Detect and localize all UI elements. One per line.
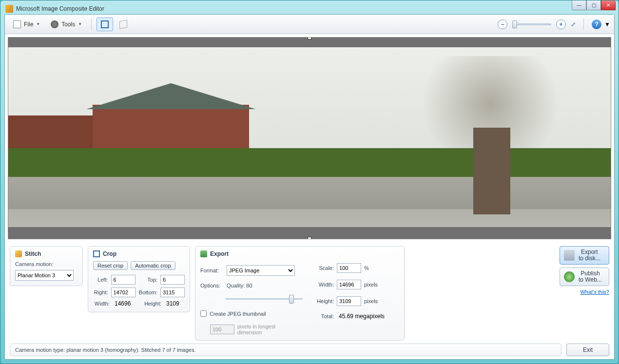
thumbnail-unit-label: pixels in longest dimension [237,324,291,335]
thumbnail-size-input [210,325,234,334]
panorama-image [8,47,611,227]
crop-title: Crop [103,250,116,257]
image-viewport[interactable] [8,37,611,239]
export-icon [200,250,207,257]
file-icon [13,20,21,28]
crop-height-value: 3109 [164,300,179,307]
scale-label: Scale: [312,265,334,271]
exit-button[interactable]: Exit [566,344,609,356]
help-button[interactable]: ? [592,19,601,29]
app-icon [5,5,13,13]
scale-unit: % [364,265,369,271]
crop-panel: Crop Reset crop Automatic crop Left: Top… [88,246,190,312]
stitch-title: Stitch [25,250,41,257]
minimize-button[interactable]: — [572,0,586,10]
toolbar: File ▼ Tools ▼ − + ⤢ ? ▼ [5,15,614,34]
crop-width-label: Width: [93,301,110,307]
camera-motion-label: Camera motion: [15,261,53,267]
cube-icon [119,19,127,29]
crop-handle-top[interactable] [308,37,311,39]
crop-bottom-label: Bottom: [138,289,157,295]
separator [91,19,92,30]
export-width-input[interactable] [337,280,361,289]
crop-icon [93,250,100,257]
crop-top-input[interactable] [160,275,185,285]
separator [583,19,584,30]
crop-left-label: Left: [93,277,108,283]
gear-icon [51,20,58,28]
zoom-out-button[interactable]: − [498,19,507,29]
camera-motion-select[interactable]: Planar Motion 3 [15,270,74,281]
crop-bottom-input[interactable] [160,287,185,297]
crop-right-label: Right: [93,289,108,295]
quality-label: Quality: 80 [227,283,252,288]
thumbnail-label: Create JPEG thumbnail [210,311,266,317]
height-unit: pixels [364,298,378,304]
3d-tool-button[interactable] [115,18,132,31]
total-value: 45.69 megapixels [337,313,385,320]
stitch-icon [15,250,22,257]
chevron-down-icon: ▼ [36,22,40,26]
file-label: File [24,21,33,28]
fit-view-button[interactable]: ⤢ [568,19,579,29]
window-title: Microsoft Image Composite Editor [16,5,104,12]
zoom-in-button[interactable]: + [556,19,566,29]
scale-input[interactable] [337,263,361,273]
export-panel: Export Format: JPEG Image Options: Quali… [195,246,405,341]
zoom-thumb[interactable] [512,20,517,28]
tools-label: Tools [61,21,75,28]
quality-thumb[interactable] [289,295,294,304]
disk-icon [564,250,575,261]
crop-right-input[interactable] [111,287,135,297]
globe-icon [564,271,575,282]
maximize-button[interactable]: ▢ [586,0,601,10]
status-bar: Camera motion type: planar motion 3 (hom… [10,344,561,356]
crop-left-input[interactable] [111,275,135,285]
chevron-down-icon: ▼ [78,22,82,26]
tools-menu[interactable]: Tools ▼ [46,18,86,31]
reset-crop-button[interactable]: Reset crop [93,261,128,270]
stitch-panel: Stitch Camera motion: Planar Motion 3 [10,246,83,286]
options-label: Options: [200,283,224,288]
crop-icon [101,20,109,28]
file-menu[interactable]: File ▼ [9,18,44,31]
crop-width-value: 14696 [113,300,137,307]
export-title: Export [210,250,229,257]
crop-handle-bottom[interactable] [308,237,311,239]
whats-this-link[interactable]: What's this? [580,289,609,295]
width-unit: pixels [364,282,378,287]
export-height-label: Height: [312,298,334,304]
total-label: Total: [312,313,334,319]
automatic-crop-button[interactable]: Automatic crop [131,261,175,270]
zoom-slider[interactable] [512,23,551,25]
create-thumbnail-checkbox[interactable] [200,310,207,317]
crop-height-label: Height: [140,301,161,307]
export-width-label: Width: [312,282,334,287]
crop-top-label: Top: [138,277,157,283]
canvas-area [5,34,614,242]
crop-tool-button[interactable] [97,18,113,31]
close-button[interactable]: ✕ [601,0,616,10]
publish-to-web-button[interactable]: Publishto Web... [560,268,609,286]
quality-slider[interactable] [226,298,303,300]
export-to-disk-button[interactable]: Exportto disk... [560,246,609,265]
export-height-input[interactable] [337,296,361,306]
format-select[interactable]: JPEG Image [227,265,295,276]
format-label: Format: [200,268,224,273]
chevron-down-icon: ▼ [604,21,610,28]
